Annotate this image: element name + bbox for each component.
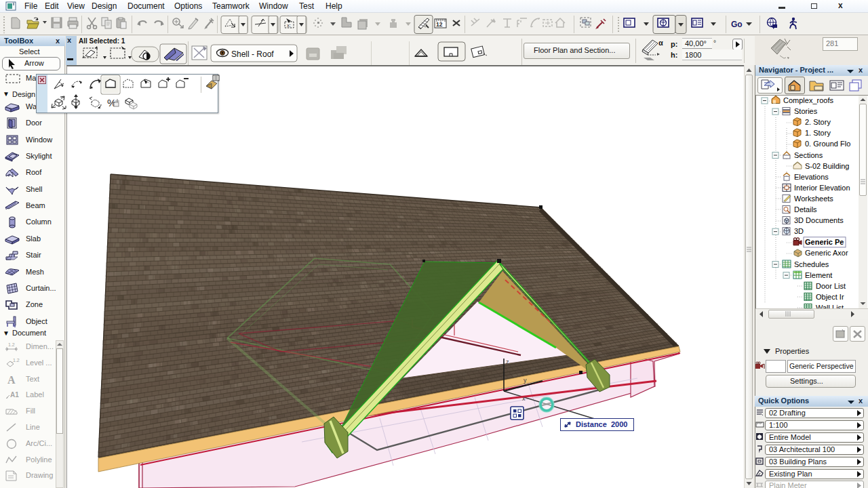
svg-text:Details: Details xyxy=(794,205,817,214)
svg-text:α: α xyxy=(658,39,663,47)
svg-text:y: y xyxy=(524,377,527,384)
svg-text:Door List: Door List xyxy=(816,282,846,290)
svg-text:Generic Axor: Generic Axor xyxy=(805,249,848,257)
svg-text:Go: Go xyxy=(731,20,743,29)
svg-text:Elevations: Elevations xyxy=(794,173,829,181)
svg-text:1.2: 1.2 xyxy=(8,342,15,347)
svg-text:S-02 Building: S-02 Building xyxy=(805,162,849,170)
svg-text:A1: A1 xyxy=(10,391,19,399)
svg-text:2. Story: 2. Story xyxy=(805,118,831,126)
svg-text:A: A xyxy=(7,374,16,386)
svg-text:1.2: 1.2 xyxy=(13,358,20,363)
svg-text:12: 12 xyxy=(436,21,443,28)
svg-text:Stories: Stories xyxy=(794,107,818,115)
svg-text:z: z xyxy=(506,359,509,365)
svg-text:0. Ground Flo: 0. Ground Flo xyxy=(805,140,850,148)
svg-text:3D: 3D xyxy=(794,227,804,235)
svg-text:1. Story: 1. Story xyxy=(805,129,831,137)
svg-text:3D Documents: 3D Documents xyxy=(794,216,844,224)
svg-text:Worksheets: Worksheets xyxy=(794,195,833,203)
svg-text:Complex_roofs: Complex_roofs xyxy=(783,96,833,104)
svg-text:x: x xyxy=(522,395,526,402)
svg-text:Element: Element xyxy=(805,271,832,279)
svg-text:x:: x: xyxy=(287,22,291,28)
svg-text:Sections: Sections xyxy=(794,151,823,159)
svg-text:Generic Pe: Generic Pe xyxy=(805,238,844,246)
svg-text:Object Ir: Object Ir xyxy=(816,293,844,301)
svg-text:Shell - Roof: Shell - Roof xyxy=(231,49,274,59)
svg-text:Interior Elevation: Interior Elevation xyxy=(794,184,850,192)
svg-text:Wall List: Wall List xyxy=(816,304,844,308)
svg-text:Schedules: Schedules xyxy=(794,260,829,268)
